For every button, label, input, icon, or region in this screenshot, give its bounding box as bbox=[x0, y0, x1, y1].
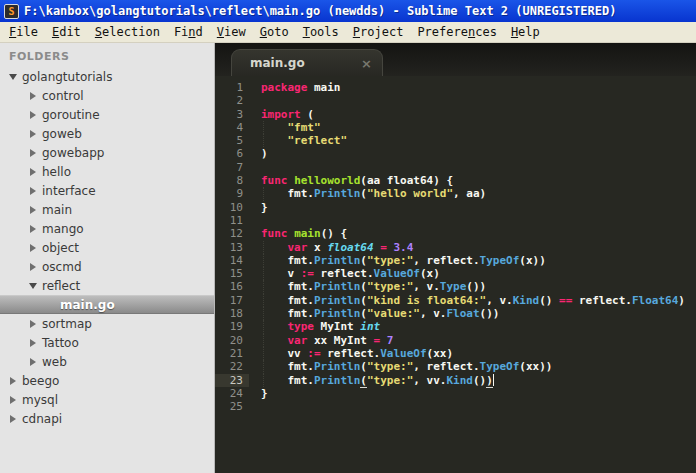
menu-item-help[interactable]: Help bbox=[504, 23, 547, 41]
tree-item-golangtutorials[interactable]: golangtutorials bbox=[0, 67, 214, 86]
code-line-16[interactable]: 16 fmt.Println("type:", v.Type()) bbox=[215, 280, 696, 293]
collapse-arrow-icon[interactable] bbox=[28, 279, 42, 293]
line-code: } bbox=[249, 201, 268, 214]
code-line-13[interactable]: 13 var x float64 = 3.4 bbox=[215, 241, 696, 254]
tree-item-mysql[interactable]: mysql bbox=[0, 390, 214, 409]
collapse-arrow-icon[interactable] bbox=[8, 70, 22, 84]
main-area: FOLDERS golangtutorialscontrolgoroutineg… bbox=[0, 43, 696, 473]
expand-arrow-icon[interactable] bbox=[28, 108, 42, 122]
line-code bbox=[249, 214, 261, 227]
code-line-21[interactable]: 21 vv := reflect.ValueOf(xx) bbox=[215, 347, 696, 360]
tree-item-goweb[interactable]: goweb bbox=[0, 124, 214, 143]
expand-arrow-icon[interactable] bbox=[8, 412, 22, 426]
expand-arrow-icon[interactable] bbox=[28, 146, 42, 160]
tree-item-web[interactable]: web bbox=[0, 352, 214, 371]
expand-arrow-icon[interactable] bbox=[8, 393, 22, 407]
expand-arrow-icon[interactable] bbox=[28, 89, 42, 103]
menu-item-view[interactable]: View bbox=[210, 23, 253, 41]
tree-item-tattoo[interactable]: Tattoo bbox=[0, 333, 214, 352]
line-code: func helloworld(aa float64) { bbox=[249, 174, 453, 187]
tree-item-mango[interactable]: mango bbox=[0, 219, 214, 238]
code-line-24[interactable]: 24} bbox=[215, 387, 696, 400]
code-line-25[interactable]: 25 bbox=[215, 400, 696, 413]
line-code: import ( bbox=[249, 108, 314, 121]
expand-arrow-icon[interactable] bbox=[28, 184, 42, 198]
tree-item-label: mango bbox=[42, 222, 84, 236]
tree-item-gowebapp[interactable]: gowebapp bbox=[0, 143, 214, 162]
code-line-23[interactable]: 23 fmt.Println("type:", vv.Kind()) bbox=[215, 374, 696, 387]
indent-guide bbox=[263, 360, 264, 373]
tree-item-beego[interactable]: beego bbox=[0, 371, 214, 390]
menu-item-edit[interactable]: Edit bbox=[45, 23, 88, 41]
code-line-3[interactable]: 3import ( bbox=[215, 108, 696, 121]
line-number: 9 bbox=[215, 187, 249, 200]
line-code: fmt.Println("kind is float64:", v.Kind()… bbox=[249, 294, 685, 307]
tree-item-control[interactable]: control bbox=[0, 86, 214, 105]
code-line-10[interactable]: 10} bbox=[215, 201, 696, 214]
menu-item-selection[interactable]: Selection bbox=[88, 23, 167, 41]
tree-item-main[interactable]: main bbox=[0, 200, 214, 219]
expand-arrow-icon[interactable] bbox=[28, 127, 42, 141]
indent-guide bbox=[263, 294, 264, 307]
code-line-18[interactable]: 18 fmt.Println("value:", v.Float()) bbox=[215, 307, 696, 320]
code-line-12[interactable]: 12func main() { bbox=[215, 227, 696, 240]
tree-item-sortmap[interactable]: sortmap bbox=[0, 314, 214, 333]
code-line-14[interactable]: 14 fmt.Println("type:", reflect.TypeOf(x… bbox=[215, 254, 696, 267]
expand-arrow-icon[interactable] bbox=[28, 165, 42, 179]
tree-item-cdnapi[interactable]: cdnapi bbox=[0, 409, 214, 428]
expand-arrow-icon[interactable] bbox=[28, 241, 42, 255]
expand-arrow-icon[interactable] bbox=[28, 222, 42, 236]
line-number: 1 bbox=[215, 81, 249, 94]
tree-item-interface[interactable]: interface bbox=[0, 181, 214, 200]
menu-item-goto[interactable]: Goto bbox=[253, 23, 296, 41]
code-line-22[interactable]: 22 fmt.Println("type:", reflect.TypeOf(x… bbox=[215, 360, 696, 373]
menu-item-file[interactable]: File bbox=[2, 23, 45, 41]
tree-item-goroutine[interactable]: goroutine bbox=[0, 105, 214, 124]
tree-item-oscmd[interactable]: oscmd bbox=[0, 257, 214, 276]
menu-item-tools[interactable]: Tools bbox=[296, 23, 346, 41]
expand-arrow-icon[interactable] bbox=[28, 336, 42, 350]
code-line-6[interactable]: 6) bbox=[215, 147, 696, 160]
tree-item-main-go[interactable]: main.go bbox=[0, 295, 214, 314]
code-line-7[interactable]: 7 bbox=[215, 161, 696, 174]
code-line-15[interactable]: 15 v := reflect.ValueOf(x) bbox=[215, 267, 696, 280]
code-line-17[interactable]: 17 fmt.Println("kind is float64:", v.Kin… bbox=[215, 294, 696, 307]
editor[interactable]: 1package main23import (4 "fmt"5 "reflect… bbox=[215, 76, 696, 473]
code-line-9[interactable]: 9 fmt.Println("hello world", aa) bbox=[215, 187, 696, 200]
line-number: 17 bbox=[215, 294, 249, 307]
tree-item-label: sortmap bbox=[42, 317, 92, 331]
code-line-19[interactable]: 19 type MyInt int bbox=[215, 320, 696, 333]
line-number: 7 bbox=[215, 161, 249, 174]
expand-arrow-icon[interactable] bbox=[28, 355, 42, 369]
code-line-4[interactable]: 4 "fmt" bbox=[215, 121, 696, 134]
line-code: } bbox=[249, 387, 268, 400]
tree-item-hello[interactable]: hello bbox=[0, 162, 214, 181]
menu-item-project[interactable]: Project bbox=[346, 23, 411, 41]
menu-item-find[interactable]: Find bbox=[167, 23, 210, 41]
line-code: fmt.Println("hello world", aa) bbox=[249, 187, 486, 200]
code-line-8[interactable]: 8func helloworld(aa float64) { bbox=[215, 174, 696, 187]
expand-arrow-icon[interactable] bbox=[8, 374, 22, 388]
code-line-11[interactable]: 11 bbox=[215, 214, 696, 227]
expand-arrow-icon[interactable] bbox=[28, 203, 42, 217]
tree-item-reflect[interactable]: reflect bbox=[0, 276, 214, 295]
tree-item-object[interactable]: object bbox=[0, 238, 214, 257]
tree-item-label: goroutine bbox=[42, 108, 100, 122]
code-line-20[interactable]: 20 var xx MyInt = 7 bbox=[215, 334, 696, 347]
line-code: type MyInt int bbox=[249, 320, 380, 333]
code-line-2[interactable]: 2 bbox=[215, 94, 696, 107]
line-number: 11 bbox=[215, 214, 249, 227]
tab-main-go[interactable]: main.go × bbox=[231, 49, 383, 76]
line-code: v := reflect.ValueOf(x) bbox=[249, 267, 440, 280]
menu-item-preferences[interactable]: Preferences bbox=[410, 23, 504, 41]
expand-arrow-icon[interactable] bbox=[28, 260, 42, 274]
code-line-1[interactable]: 1package main bbox=[215, 81, 696, 94]
indent-guide bbox=[263, 334, 264, 347]
tree-item-label: interface bbox=[42, 184, 96, 198]
code-line-5[interactable]: 5 "reflect" bbox=[215, 134, 696, 147]
tree-item-label: goweb bbox=[42, 127, 82, 141]
tab-close-icon[interactable]: × bbox=[361, 57, 372, 70]
line-number: 13 bbox=[215, 241, 249, 254]
indent-guide bbox=[263, 121, 264, 134]
expand-arrow-icon[interactable] bbox=[28, 317, 42, 331]
